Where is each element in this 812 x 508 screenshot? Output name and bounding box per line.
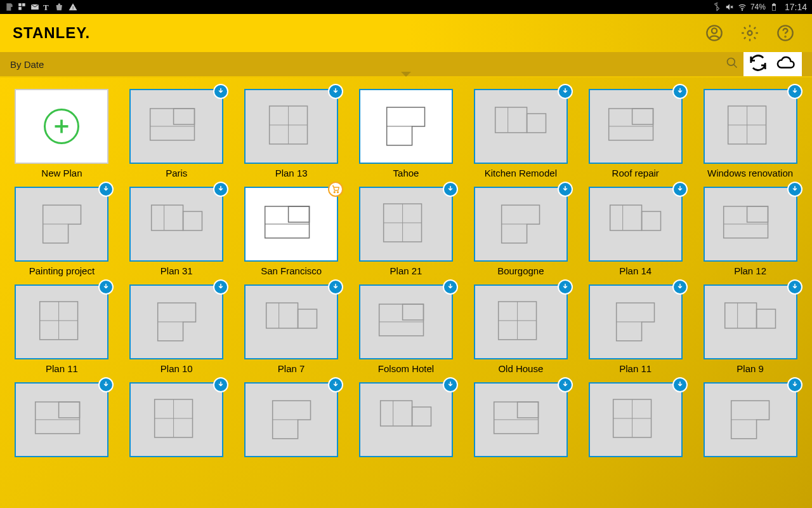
plan-thumbnail[interactable] <box>474 89 568 164</box>
plan-thumbnail[interactable] <box>244 89 338 164</box>
apps-icon <box>18 3 27 11</box>
download-badge-icon[interactable] <box>558 182 573 197</box>
download-badge-icon[interactable] <box>558 84 573 99</box>
plan-thumbnail[interactable] <box>15 187 108 262</box>
svg-rect-40 <box>183 211 202 231</box>
plan-thumbnail[interactable] <box>129 284 223 359</box>
download-badge-icon[interactable] <box>672 182 688 197</box>
plan-thumbnail[interactable] <box>474 284 568 359</box>
plan-card[interactable]: Plan 31 <box>122 187 231 278</box>
search-button[interactable] <box>726 57 738 72</box>
plan-card[interactable] <box>581 382 690 474</box>
plan-card[interactable]: New Plan <box>8 89 116 180</box>
plan-thumbnail[interactable] <box>474 187 568 262</box>
plan-card[interactable]: Plan 13 <box>237 89 346 180</box>
plan-card[interactable]: Plan 11 <box>8 284 116 376</box>
plan-card[interactable]: Roof repair <box>581 89 690 180</box>
plan-thumbnail[interactable] <box>244 187 338 262</box>
svg-rect-67 <box>403 304 424 320</box>
plan-card[interactable]: Plan 9 <box>696 284 804 376</box>
download-badge-icon[interactable] <box>787 279 802 295</box>
plan-thumbnail[interactable] <box>704 284 797 359</box>
download-badge-icon[interactable] <box>558 279 573 295</box>
plan-card[interactable]: San Francisco <box>237 187 346 278</box>
download-badge-icon[interactable] <box>672 377 688 392</box>
warning-icon: ! <box>69 3 77 11</box>
plan-thumbnail[interactable] <box>589 284 683 359</box>
plan-card[interactable]: Plan 12 <box>696 187 804 278</box>
help-button[interactable] <box>771 19 799 47</box>
plan-card[interactable]: Folsom Hotel <box>352 284 461 376</box>
download-badge-icon[interactable] <box>213 377 228 392</box>
plan-card[interactable] <box>8 382 116 474</box>
plan-label: Plan 10 <box>160 363 193 376</box>
plan-card[interactable]: Plan 14 <box>581 187 690 278</box>
plan-thumbnail[interactable] <box>15 89 108 164</box>
plan-card[interactable] <box>352 382 461 474</box>
download-badge-icon[interactable] <box>98 377 114 392</box>
download-badge-icon[interactable] <box>787 182 802 197</box>
svg-rect-64 <box>298 309 317 328</box>
sort-dropdown[interactable]: By Date <box>10 59 726 70</box>
sync-button[interactable] <box>745 53 771 75</box>
plan-thumbnail[interactable] <box>359 382 453 457</box>
plan-card[interactable]: Bourgogne <box>466 187 575 278</box>
download-badge-icon[interactable] <box>328 377 343 392</box>
plan-thumbnail[interactable] <box>15 284 108 359</box>
plan-thumbnail[interactable] <box>359 284 453 359</box>
download-badge-icon[interactable] <box>98 279 114 295</box>
plan-label: Windows renovation <box>707 168 793 180</box>
plan-thumbnail[interactable] <box>589 89 683 164</box>
profile-button[interactable] <box>700 19 728 47</box>
plan-grid-container: New PlanParisPlan 13TahoeKitchen Remodel… <box>0 77 812 508</box>
plan-card[interactable]: Windows renovation <box>696 89 804 180</box>
plan-thumbnail[interactable] <box>244 382 338 457</box>
plan-card[interactable]: Plan 7 <box>237 284 346 376</box>
download-badge-icon[interactable] <box>443 279 458 295</box>
plan-thumbnail[interactable] <box>129 382 223 457</box>
plan-thumbnail[interactable] <box>474 382 568 457</box>
settings-button[interactable] <box>736 19 764 47</box>
plan-card[interactable]: Kitchen Remodel <box>466 89 575 180</box>
plan-thumbnail[interactable] <box>129 187 223 262</box>
download-badge-icon[interactable] <box>213 182 228 197</box>
download-badge-icon[interactable] <box>443 377 458 392</box>
download-badge-icon[interactable] <box>558 377 573 392</box>
sort-bar: By Date <box>0 52 812 76</box>
plan-card[interactable]: Tahoe <box>352 89 461 180</box>
download-badge-icon[interactable] <box>328 84 343 99</box>
download-badge-icon[interactable] <box>787 377 802 392</box>
plan-thumbnail[interactable] <box>359 187 453 262</box>
plan-card[interactable] <box>237 382 346 474</box>
plan-thumbnail[interactable] <box>589 187 683 262</box>
plan-card[interactable]: Plan 11 <box>581 284 690 376</box>
plan-thumbnail[interactable] <box>704 382 797 457</box>
download-badge-icon[interactable] <box>443 182 458 197</box>
download-badge-icon[interactable] <box>672 279 688 295</box>
plan-thumbnail[interactable] <box>589 382 683 457</box>
plan-card[interactable]: Plan 21 <box>352 187 461 278</box>
plan-thumbnail[interactable] <box>704 187 797 262</box>
download-badge-icon[interactable] <box>328 279 343 295</box>
plan-card[interactable] <box>466 382 575 474</box>
cloud-button[interactable] <box>771 53 801 75</box>
plan-thumbnail[interactable] <box>15 382 108 457</box>
plan-card[interactable] <box>122 382 231 474</box>
plan-label: Plan 11 <box>619 363 652 376</box>
plan-card[interactable]: Plan 10 <box>122 284 231 376</box>
plan-thumbnail[interactable] <box>244 284 338 359</box>
plan-thumbnail[interactable] <box>704 89 797 164</box>
download-badge-icon[interactable] <box>787 84 802 99</box>
plan-card[interactable]: Painting project <box>8 187 116 278</box>
download-badge-icon[interactable] <box>98 182 114 197</box>
cart-badge-icon[interactable] <box>328 182 343 197</box>
download-badge-icon[interactable] <box>213 279 228 295</box>
plan-thumbnail[interactable] <box>129 89 223 164</box>
plan-card[interactable]: Old House <box>466 284 575 376</box>
download-badge-icon[interactable] <box>672 84 688 99</box>
plan-card[interactable] <box>696 382 804 474</box>
plan-card[interactable]: Paris <box>122 89 231 180</box>
plan-label: San Francisco <box>261 265 322 278</box>
download-badge-icon[interactable] <box>213 84 228 99</box>
plan-thumbnail[interactable] <box>359 89 453 164</box>
